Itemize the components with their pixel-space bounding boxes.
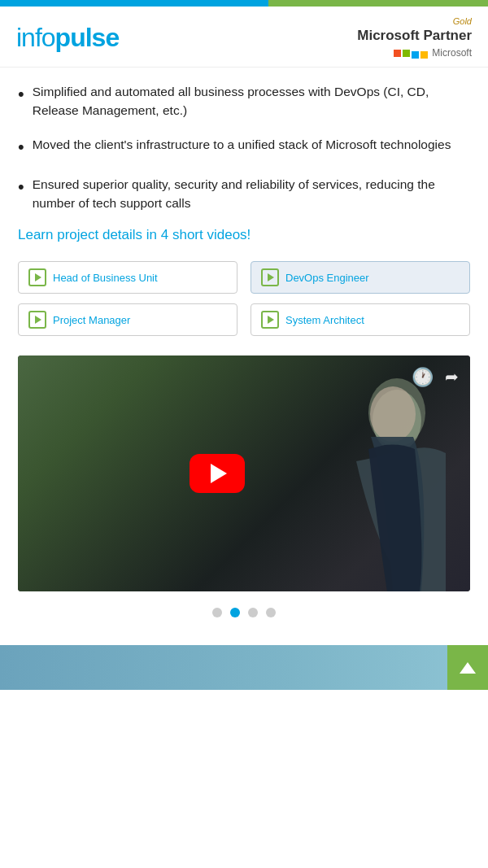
video-icons: 🕐 ➦ [412, 367, 459, 388]
bullet-item-1: Simplified and automated all business pr… [18, 82, 470, 120]
ms-logo-grid [394, 50, 428, 59]
bullet-item-2: Moved the client's infrastructure to a u… [18, 135, 470, 160]
play-icon-2 [261, 268, 279, 286]
carousel-dots [18, 608, 470, 617]
play-icon-1 [28, 268, 46, 286]
bullet-list: Simplified and automated all business pr… [18, 82, 470, 212]
play-icon-4 [261, 311, 279, 329]
header: infopulse Gold Microsoft Partner Microso… [0, 7, 488, 68]
dot-3[interactable] [248, 608, 258, 617]
video-btn-project-manager[interactable]: Project Manager [18, 303, 237, 336]
scroll-top-button[interactable] [447, 645, 488, 690]
dot-1[interactable] [212, 608, 222, 617]
dot-2[interactable] [230, 608, 240, 617]
video-background: 🕐 ➦ [18, 355, 470, 591]
share-icon: ➦ [445, 367, 459, 388]
footer-bar [0, 645, 488, 690]
logo-pulse: pulse [55, 23, 120, 52]
microsoft-label: Microsoft [432, 47, 472, 59]
youtube-play-button[interactable] [190, 454, 245, 493]
video-btn-devops-engineer[interactable]: DevOps Engineer [251, 261, 470, 294]
bullet-item-3: Ensured superior quality, security and r… [18, 175, 470, 213]
video-btn-head-of-business-unit[interactable]: Head of Business Unit [18, 261, 237, 294]
learn-link[interactable]: Learn project details in 4 short videos! [18, 227, 470, 243]
play-icon-3 [28, 311, 46, 329]
logo: infopulse [16, 23, 119, 53]
top-bar [0, 0, 488, 7]
ms-partner-badge: Gold Microsoft Partner Microsoft [357, 16, 472, 59]
dot-4[interactable] [266, 608, 276, 617]
clock-icon: 🕐 [412, 367, 434, 388]
arrow-up-icon [460, 662, 476, 674]
main-content: Simplified and automated all business pr… [0, 68, 488, 645]
partner-label: Microsoft Partner [357, 28, 472, 44]
svg-point-2 [370, 386, 416, 442]
gold-label: Gold [357, 16, 472, 26]
logo-info: info [16, 23, 55, 52]
video-player[interactable]: 🕐 ➦ [18, 355, 470, 591]
video-buttons-grid: Head of Business Unit DevOps Engineer Pr… [18, 261, 470, 336]
video-btn-system-architect[interactable]: System Architect [251, 303, 470, 336]
person-silhouette [251, 355, 446, 591]
